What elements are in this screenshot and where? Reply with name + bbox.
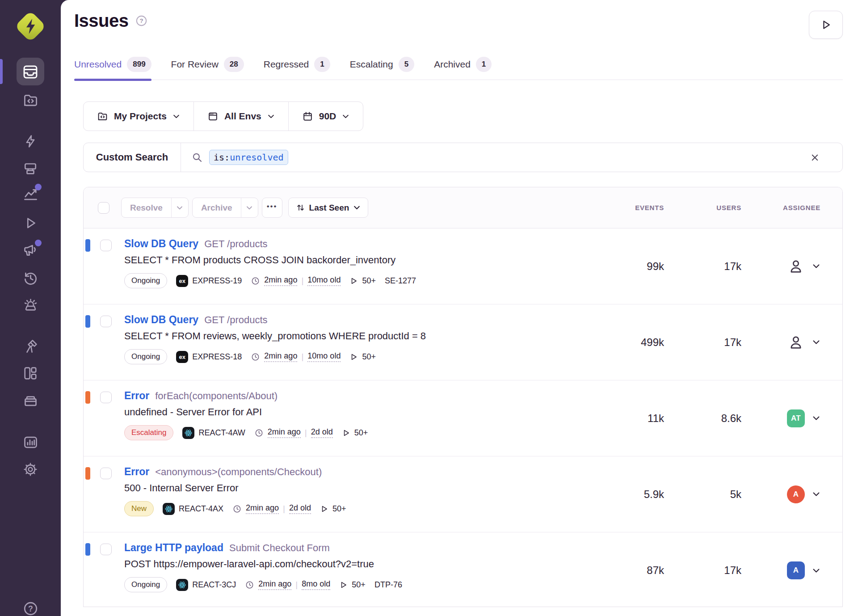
sidebar-item-explore[interactable] xyxy=(0,91,61,109)
row-checkbox[interactable] xyxy=(100,392,112,403)
issue-age[interactable]: 10mo old xyxy=(307,275,341,286)
sidebar-item-quick-start[interactable] xyxy=(0,132,61,150)
tab-escalating[interactable]: Escalating 5 xyxy=(350,57,414,80)
events-count: 99k xyxy=(593,260,664,273)
assignee-dropdown[interactable] xyxy=(812,490,820,498)
lightning-bolt-icon xyxy=(23,17,38,35)
row-checkbox[interactable] xyxy=(100,316,112,327)
project-slug: REACT-4AX xyxy=(179,504,223,514)
last-seen[interactable]: 2min ago xyxy=(246,503,279,514)
more-actions-button[interactable]: ••• xyxy=(262,198,282,218)
last-seen[interactable]: 2min ago xyxy=(258,579,291,590)
tab-count-badge: 899 xyxy=(127,57,151,72)
assignee-dropdown[interactable] xyxy=(812,414,820,422)
search-input[interactable]: is:unresolved xyxy=(181,143,842,172)
row-checkbox[interactable] xyxy=(100,468,112,479)
project-filter[interactable]: My Projects xyxy=(84,102,193,131)
severity-bar xyxy=(85,315,90,328)
issue-tabs: Unresolved 899 For Review 28 Regressed 1… xyxy=(74,57,843,80)
help-circle-icon[interactable]: ? xyxy=(135,14,148,27)
sidebar-item-feedback[interactable] xyxy=(0,240,61,258)
assignee-avatar[interactable]: A xyxy=(787,561,805,579)
status-badge: Escalating xyxy=(124,425,173,440)
sidebar-item-discover[interactable] xyxy=(0,337,61,355)
sort-dropdown[interactable]: Last Seen xyxy=(288,198,369,218)
sidebar-item-dashboards[interactable] xyxy=(0,364,61,382)
issue-title-link[interactable]: Large HTTP payload xyxy=(124,542,223,554)
resolve-split-button: Resolve xyxy=(121,198,189,218)
environment-filter[interactable]: All Envs xyxy=(194,102,288,131)
issue-title-link[interactable]: Error xyxy=(124,390,149,402)
issue-age[interactable]: 10mo old xyxy=(307,351,341,362)
date-range-filter[interactable]: 90D xyxy=(289,102,363,131)
main-content: Issues ? Unresolved 899 For Review 28 Re… xyxy=(61,0,858,616)
unassigned-user-icon[interactable] xyxy=(787,257,805,275)
tab-unresolved[interactable]: Unresolved 899 xyxy=(74,57,151,80)
assignee-dropdown[interactable] xyxy=(812,338,820,346)
issue-title-link[interactable]: Error xyxy=(124,466,149,478)
history-clock-icon xyxy=(22,270,39,287)
tab-archived[interactable]: Archived 1 xyxy=(434,57,492,80)
row-checkbox[interactable] xyxy=(100,544,112,555)
sidebar-item-insights[interactable] xyxy=(0,185,61,203)
issue-title-link[interactable]: Slow DB Query xyxy=(124,314,198,326)
table-row[interactable]: Error <anonymous>(components/Checkout) 5… xyxy=(84,456,842,532)
help-icon: ? xyxy=(22,600,39,616)
sidebar-item-stats[interactable] xyxy=(0,433,61,451)
sidebar-item-history[interactable] xyxy=(0,269,61,287)
sidebar-item-uptime[interactable] xyxy=(0,160,61,177)
sidebar-item-settings[interactable] xyxy=(0,460,61,478)
users-count: 17k xyxy=(664,564,741,577)
sidebar-item-alerts[interactable] xyxy=(0,296,61,314)
sidebar-item-replays[interactable] xyxy=(0,214,61,232)
start-replay-button[interactable] xyxy=(809,11,843,39)
last-seen[interactable]: 2min ago xyxy=(268,427,301,438)
sidebar-item-help[interactable]: ? xyxy=(0,599,61,616)
last-seen[interactable]: 2min ago xyxy=(264,351,297,362)
users-count: 17k xyxy=(664,260,741,273)
events-count: 11k xyxy=(593,412,664,425)
assignee-dropdown[interactable] xyxy=(812,262,820,270)
browser-window-icon xyxy=(207,111,219,122)
table-row[interactable]: Slow DB Query GET /products SELECT * FRO… xyxy=(84,228,842,304)
unassigned-user-icon[interactable] xyxy=(787,333,805,351)
archive-dropdown-arrow[interactable] xyxy=(241,198,258,217)
sidebar-item-issues[interactable] xyxy=(0,63,61,81)
issue-age[interactable]: 8mo old xyxy=(302,579,330,590)
issue-title-link[interactable]: Slow DB Query xyxy=(124,238,198,250)
assignee-avatar[interactable]: A xyxy=(787,485,805,503)
replay-play-icon xyxy=(320,505,328,513)
select-all-checkbox[interactable] xyxy=(98,202,109,214)
row-checkbox[interactable] xyxy=(100,240,112,251)
express-icon: ex xyxy=(176,351,188,363)
search-filter-token[interactable]: is:unresolved xyxy=(209,150,288,165)
sentry-logo[interactable] xyxy=(16,12,45,41)
resolve-dropdown-arrow[interactable] xyxy=(171,198,188,217)
assignee-avatar[interactable]: AT xyxy=(787,409,805,427)
issue-age[interactable]: 2d old xyxy=(311,427,333,438)
severity-bar xyxy=(85,543,90,556)
clear-search-icon[interactable] xyxy=(810,152,832,163)
issue-message: 500 - Internal Server Error xyxy=(124,482,346,494)
replay-play-icon xyxy=(349,277,358,285)
svg-text:?: ? xyxy=(139,17,143,24)
table-row[interactable]: Large HTTP payload Submit Checkout Form … xyxy=(84,532,842,607)
express-icon: ex xyxy=(176,275,188,287)
table-row[interactable]: Slow DB Query GET /products SELECT * FRO… xyxy=(84,304,842,380)
archive-button[interactable]: Archive xyxy=(193,198,241,217)
page-title: Issues xyxy=(74,11,129,31)
sidebar-item-releases[interactable] xyxy=(0,392,61,409)
issue-culprit: GET /products xyxy=(204,238,267,250)
tab-for-review[interactable]: For Review 28 xyxy=(171,57,244,80)
resolve-button[interactable]: Resolve xyxy=(122,198,171,217)
assignee-dropdown[interactable] xyxy=(812,566,820,575)
tab-regressed[interactable]: Regressed 1 xyxy=(264,57,330,80)
react-icon xyxy=(182,427,194,439)
tab-count-badge: 5 xyxy=(399,57,414,72)
custom-search-button[interactable]: Custom Search xyxy=(84,143,181,172)
issues-inbox-icon xyxy=(22,63,39,80)
table-row[interactable]: Error forEach(components/About) undefine… xyxy=(84,380,842,456)
last-seen[interactable]: 2min ago xyxy=(264,275,297,286)
replay-count: 50+ xyxy=(362,276,376,286)
issue-age[interactable]: 2d old xyxy=(289,503,311,514)
